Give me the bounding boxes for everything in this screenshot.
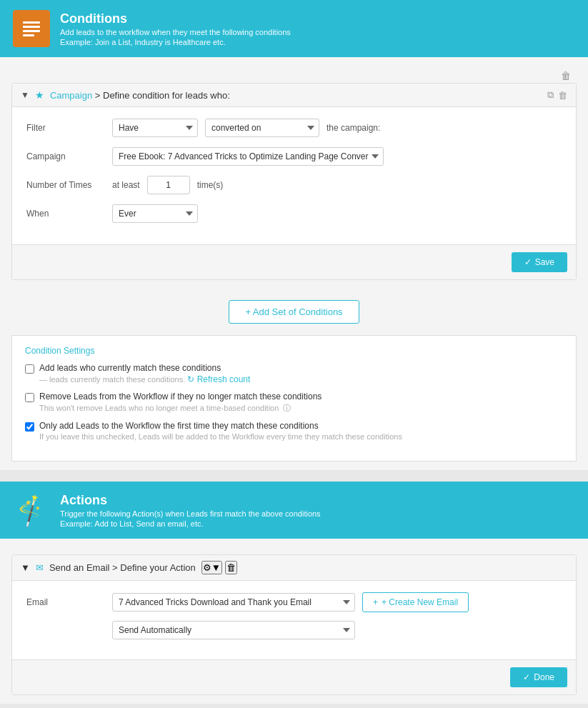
campaign-label: Campaign bbox=[26, 151, 105, 161]
top-delete-button[interactable]: 🗑 bbox=[561, 70, 571, 81]
times-static-text: time(s) bbox=[197, 180, 224, 190]
filter-have-select[interactable]: Have bbox=[112, 119, 198, 137]
when-select[interactable]: Ever bbox=[112, 204, 198, 223]
done-check-icon: ✓ bbox=[523, 672, 530, 682]
action-breadcrumb-link[interactable]: Send an Email bbox=[49, 562, 110, 573]
wand-icon: 🪄 bbox=[12, 492, 51, 529]
checkbox1-label: Add leads who currently match these cond… bbox=[39, 363, 250, 373]
when-row: When Ever bbox=[26, 204, 562, 223]
send-mode-row: Send Automatically bbox=[26, 621, 562, 639]
condition-block: ▼ ★ Campaign > Define condition for lead… bbox=[11, 83, 577, 280]
campaign-row: Campaign Free Ebook: 7 Advanced Tricks t… bbox=[26, 147, 562, 166]
action-breadcrumb: Send an Email > Define your Action bbox=[49, 562, 196, 573]
condition-block-actions: ⧉ 🗑 bbox=[547, 89, 567, 101]
svg-rect-0 bbox=[23, 21, 40, 24]
save-button[interactable]: ✓ Save bbox=[512, 252, 567, 272]
action-form: Email 7 Advanced Tricks Download and Tha… bbox=[12, 581, 576, 659]
actions-header-text: Actions Trigger the following Action(s) … bbox=[60, 493, 321, 528]
send-mode-select[interactable]: Send Automatically bbox=[112, 621, 355, 639]
actions-example: Example: Add to List, Send an email, etc… bbox=[60, 519, 321, 528]
checkbox-row-3: Only add Leads to the Workflow the first… bbox=[25, 421, 563, 441]
action-block-header: ▼ ✉ Send an Email > Define your Action ⚙… bbox=[12, 555, 576, 581]
email-row: Email 7 Advanced Tricks Download and Tha… bbox=[26, 592, 562, 612]
save-label: Save bbox=[535, 257, 554, 267]
actions-title: Actions bbox=[60, 493, 321, 508]
conditions-example: Example: Join a List, Industry is Health… bbox=[60, 38, 291, 46]
condition-settings-title: Condition Settings bbox=[25, 346, 563, 356]
breadcrumb-sep: > bbox=[95, 90, 101, 101]
conditions-header-text: Conditions Add leads to the workflow whe… bbox=[60, 11, 291, 46]
campaign-select[interactable]: Free Ebook: 7 Advanced Tricks to Optimiz… bbox=[112, 147, 384, 166]
filter-row: Filter Have converted on the campaign: bbox=[26, 119, 562, 137]
times-input[interactable]: 1 bbox=[147, 176, 190, 194]
top-delete-area: 🗑 bbox=[11, 66, 577, 83]
done-label: Done bbox=[534, 672, 554, 682]
conditions-content-area: 🗑 ▼ ★ Campaign > Define condition for le… bbox=[0, 57, 588, 470]
condition-form: Filter Have converted on the campaign: C… bbox=[12, 107, 576, 244]
save-area: ✓ Save bbox=[12, 244, 576, 279]
breadcrumb-text: Define condition for leads who: bbox=[103, 90, 230, 101]
conditions-subtitle: Add leads to the workflow when they meet… bbox=[60, 28, 291, 36]
action-block: ▼ ✉ Send an Email > Define your Action ⚙… bbox=[11, 554, 577, 695]
checkbox3-label: Only add Leads to the Workflow the first… bbox=[39, 421, 402, 431]
refresh-count-link[interactable]: ↻ Refresh count bbox=[187, 374, 250, 384]
filter-static-text: the campaign: bbox=[327, 123, 380, 133]
action-chevron-icon[interactable]: ▼ bbox=[21, 562, 30, 573]
refresh-icon: ↻ bbox=[187, 374, 194, 384]
action-breadcrumb-sep: > bbox=[112, 562, 120, 573]
number-of-times-row: Number of Times at least 1 time(s) bbox=[26, 176, 562, 194]
actions-subtitle: Trigger the following Action(s) when Lea… bbox=[60, 509, 321, 518]
delete-condition-button[interactable]: 🗑 bbox=[558, 89, 567, 101]
duplicate-button[interactable]: ⧉ bbox=[547, 89, 554, 101]
actions-header-icon: 🪄 bbox=[13, 492, 50, 529]
conditions-header: Conditions Add leads to the workflow whe… bbox=[0, 0, 588, 57]
email-label: Email bbox=[26, 597, 105, 607]
svg-rect-2 bbox=[23, 30, 40, 32]
email-icon: ✉ bbox=[36, 562, 44, 573]
svg-rect-1 bbox=[23, 26, 40, 28]
checkbox-row-1: Add leads who currently match these cond… bbox=[25, 363, 563, 384]
filter-label: Filter bbox=[26, 123, 105, 133]
condition-settings: Condition Settings Add leads who current… bbox=[11, 335, 577, 462]
checkbox-add-leads[interactable] bbox=[25, 364, 34, 374]
campaign-icon: ★ bbox=[35, 89, 44, 101]
filter-converted-select[interactable]: converted on bbox=[205, 119, 319, 137]
list-icon bbox=[20, 17, 43, 40]
number-of-times-label: Number of Times bbox=[26, 180, 105, 190]
conditions-header-icon-box bbox=[13, 10, 50, 47]
action-delete-button[interactable]: 🗑 bbox=[225, 561, 237, 574]
done-area: ✓ Done bbox=[12, 659, 576, 694]
info-icon: ⓘ bbox=[283, 404, 291, 412]
checkbox3-sub: If you leave this unchecked, Leads will … bbox=[39, 432, 402, 441]
when-label: When bbox=[26, 209, 105, 219]
create-new-email-button[interactable]: + + Create New Email bbox=[362, 592, 469, 612]
checkbox-remove-leads[interactable] bbox=[25, 393, 34, 402]
action-block-controls: ⚙▼ 🗑 bbox=[201, 561, 237, 574]
checkbox-only-add[interactable] bbox=[25, 422, 34, 432]
checkbox2-sub: This won't remove Leads who no longer me… bbox=[39, 403, 322, 414]
email-select[interactable]: 7 Advanced Tricks Download and Thank you… bbox=[112, 593, 355, 612]
conditions-title: Conditions bbox=[60, 11, 291, 26]
add-set-button[interactable]: + Add Set of Conditions bbox=[229, 300, 359, 324]
actions-content-area: ▼ ✉ Send an Email > Define your Action ⚙… bbox=[0, 539, 588, 704]
plus-icon: + bbox=[373, 597, 378, 607]
action-settings-button[interactable]: ⚙▼ bbox=[201, 561, 222, 574]
action-breadcrumb-text: Define your Action bbox=[120, 562, 196, 573]
breadcrumb-link[interactable]: Campaign bbox=[50, 90, 92, 101]
checkbox1-sub: — leads currently match these conditions… bbox=[39, 374, 250, 384]
checkbox2-label: Remove Leads from the Workflow if they n… bbox=[39, 392, 322, 402]
svg-rect-3 bbox=[23, 34, 34, 36]
create-email-label: + Create New Email bbox=[382, 597, 458, 607]
check-icon: ✓ bbox=[524, 257, 532, 267]
add-set-area: + Add Set of Conditions bbox=[11, 289, 577, 329]
actions-header: 🪄 Actions Trigger the following Action(s… bbox=[0, 482, 588, 539]
chevron-down-icon[interactable]: ▼ bbox=[21, 90, 29, 100]
condition-block-header: ▼ ★ Campaign > Define condition for lead… bbox=[12, 84, 576, 107]
done-button[interactable]: ✓ Done bbox=[510, 667, 567, 687]
breadcrumb: Campaign > Define condition for leads wh… bbox=[50, 90, 230, 101]
checkbox-row-2: Remove Leads from the Workflow if they n… bbox=[25, 392, 563, 414]
at-least-text: at least bbox=[112, 180, 140, 190]
